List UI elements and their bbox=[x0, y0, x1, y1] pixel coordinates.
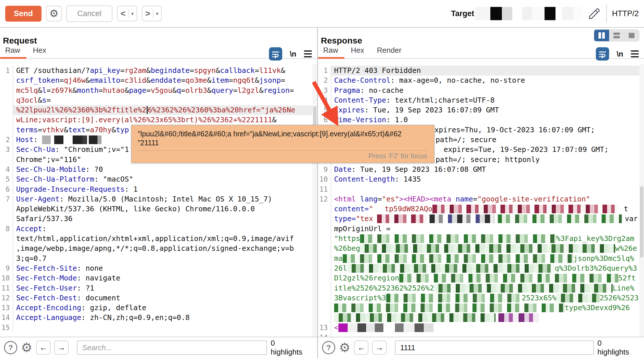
line-number: 14 bbox=[318, 333, 331, 337]
redacted-mosaic bbox=[399, 274, 618, 282]
code-row: 9Date: Tue, 19 Sep 2023 16:07:08 GMT bbox=[318, 165, 644, 174]
code-row: type%3Devxd9%26 bbox=[318, 303, 644, 313]
next-match-button[interactable]: → bbox=[372, 340, 387, 355]
back-button[interactable]: < ▾ bbox=[117, 6, 137, 21]
code-row: 11 bbox=[318, 184, 644, 194]
hamburger-menu-icon[interactable] bbox=[304, 50, 312, 57]
arrow-left-icon: ← bbox=[39, 343, 47, 352]
prev-match-button[interactable]: ← bbox=[354, 340, 368, 355]
wrap-toggle-icon[interactable] bbox=[269, 47, 282, 61]
code-row: itle%2526%252362%2526%2Line% bbox=[318, 283, 644, 293]
code-row: 1HTTP/2 403 Forbidden bbox=[318, 66, 644, 76]
redacted-mosaic bbox=[377, 214, 426, 223]
response-code[interactable]: 1HTTP/2 403 Forbidden2Cache-Control: max… bbox=[318, 64, 644, 337]
code-row: 4Content-Type: text/html;charset=UTF-8 bbox=[318, 95, 644, 105]
line-number: 13 bbox=[0, 303, 13, 313]
line-number bbox=[318, 234, 331, 244]
request-search-input[interactable] bbox=[77, 340, 267, 355]
help-icon[interactable]: ? bbox=[4, 341, 17, 354]
line-number bbox=[318, 283, 331, 293]
newline-toggle[interactable]: \n bbox=[290, 50, 296, 59]
redacted-mosaic bbox=[386, 294, 522, 302]
response-scrollbar-thumb[interactable] bbox=[640, 186, 643, 258]
send-settings-button[interactable]: ⚙ bbox=[46, 6, 62, 21]
back-icon: < bbox=[120, 9, 126, 18]
request-tab-raw[interactable]: Raw bbox=[0, 46, 27, 58]
line-number bbox=[318, 254, 331, 263]
response-tabs: Raw Hex Render bbox=[318, 46, 644, 59]
response-tab-hex[interactable]: Hex bbox=[344, 46, 370, 58]
search-settings-gear-icon[interactable]: ⚙ bbox=[339, 341, 350, 354]
redacted-mosaic bbox=[338, 323, 460, 332]
code-row: 5Sec-Ch-Ua-Platform: "macOS" bbox=[0, 174, 317, 184]
help-icon[interactable]: ? bbox=[322, 341, 335, 354]
response-tab-raw[interactable]: Raw bbox=[318, 46, 344, 58]
line-number bbox=[0, 234, 13, 244]
redacted-mosaic bbox=[334, 304, 565, 312]
request-highlights-count: 0 highlights bbox=[271, 339, 313, 357]
request-scrollbar[interactable] bbox=[312, 64, 317, 337]
code-row: csrf_token=qj46w&emailto=c3lid&enddate=q… bbox=[0, 76, 317, 85]
redacted-mosaic bbox=[430, 214, 494, 223]
line-number: 2 bbox=[0, 135, 13, 145]
response-scrollbar[interactable] bbox=[639, 64, 644, 337]
line-number: 3 bbox=[0, 145, 13, 154]
line-number bbox=[0, 155, 13, 165]
line-number bbox=[318, 214, 331, 224]
search-settings-gear-icon[interactable]: ⚙ bbox=[21, 341, 32, 354]
response-tab-render[interactable]: Render bbox=[370, 46, 408, 58]
send-button[interactable]: Send bbox=[5, 6, 42, 22]
code-row: q3ocl&s= bbox=[0, 95, 317, 105]
line-number bbox=[0, 254, 13, 263]
code-row: wLine;vascript:[9].every(al%26%23x65%3br… bbox=[0, 115, 317, 125]
edit-target-pencil-icon[interactable] bbox=[588, 7, 601, 20]
code-row: majsonp%3Dmc5lq% bbox=[318, 254, 644, 263]
code-row: 2Cache-Control: max-age=0, no-cache, no-… bbox=[318, 76, 644, 85]
next-match-button[interactable]: → bbox=[54, 340, 69, 355]
request-search-bar: ? ⚙ ← → 0 highlights bbox=[0, 337, 317, 358]
forward-dropdown-icon[interactable]: ▾ bbox=[156, 11, 158, 16]
line-number bbox=[0, 244, 13, 253]
code-row: mc5lq&l=z697k&month=hutao&page=v5gou&q=o… bbox=[0, 86, 317, 95]
code-row: %22lpuu2l%26%2360%3b%2ftitle%26%2362%26%… bbox=[0, 105, 317, 115]
line-number: 9 bbox=[0, 263, 13, 273]
request-code[interactable]: 1GET /southasian/?api_key=rg2am&begindat… bbox=[0, 64, 317, 337]
code-row: 3Pragma: no-cache bbox=[318, 86, 644, 95]
prev-match-button[interactable]: ← bbox=[36, 340, 50, 355]
redacted-mosaic bbox=[360, 244, 615, 253]
code-row: 12Sec-Fetch-Dest: document bbox=[0, 293, 317, 303]
arrow-right-icon: → bbox=[57, 343, 65, 352]
back-dropdown-icon[interactable]: ▾ bbox=[131, 11, 134, 16]
line-number: 8 bbox=[0, 224, 13, 234]
line-number bbox=[0, 76, 13, 85]
code-row: 13< bbox=[318, 323, 644, 333]
layout-single-button[interactable] bbox=[624, 30, 639, 41]
line-number: 1 bbox=[0, 66, 13, 76]
tooltip-footer: Press 'F2' for focus bbox=[138, 151, 428, 161]
line-number bbox=[318, 273, 331, 283]
line-number: 5 bbox=[318, 105, 331, 115]
cancel-button[interactable]: Cancel bbox=[66, 5, 112, 22]
line-number: 11 bbox=[0, 283, 13, 293]
top-toolbar: Send ⚙ Cancel < ▾ > ▾ Target HTTP/2 bbox=[0, 0, 644, 28]
line-number bbox=[318, 303, 331, 313]
code-row: 10Content-Length: 1435 bbox=[318, 174, 644, 184]
hamburger-menu-icon[interactable] bbox=[631, 50, 639, 57]
protocol-label: HTTP/2 bbox=[612, 9, 639, 18]
request-title: Request bbox=[3, 36, 317, 46]
layout-rows-button[interactable] bbox=[609, 30, 624, 41]
text-caret bbox=[147, 106, 148, 114]
response-search-input[interactable] bbox=[395, 340, 594, 355]
tooltip-line2: "21111 bbox=[138, 139, 428, 147]
request-tab-hex[interactable]: Hex bbox=[27, 46, 52, 58]
line-number bbox=[318, 263, 331, 273]
forward-button[interactable]: > ▾ bbox=[142, 6, 162, 21]
response-pane: Response Raw Hex Render \n bbox=[318, 28, 644, 337]
redacted-mosaic bbox=[334, 313, 496, 322]
newline-toggle[interactable]: \n bbox=[617, 50, 623, 59]
line-number: 13 bbox=[318, 323, 331, 333]
line-number bbox=[0, 214, 13, 224]
wrap-toggle-icon[interactable] bbox=[596, 47, 609, 61]
layout-columns-button[interactable] bbox=[594, 30, 609, 41]
code-row: 9Sec-Fetch-Site: none bbox=[0, 263, 317, 273]
